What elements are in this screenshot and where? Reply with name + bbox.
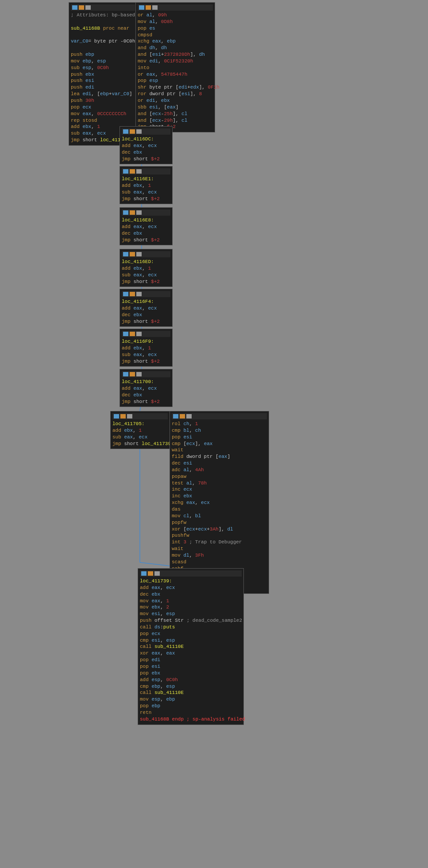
arrow-icon [136, 372, 142, 376]
code-line: pop es [138, 25, 213, 32]
code-line: inc ecx [172, 486, 267, 493]
chart-icon [79, 5, 84, 10]
code-line [71, 32, 135, 39]
code-line: jmp short $+2 [122, 358, 170, 365]
code-line: mov esi, esp [140, 611, 242, 617]
code-line: rol ch, 1 [172, 421, 267, 427]
code-line: and dh, dh [138, 45, 213, 51]
monitor-icon [72, 5, 77, 10]
code-line: jmp short loc_411739 [112, 441, 168, 447]
monitor-icon [123, 292, 128, 296]
code-line: and [ecx-29h], cl [138, 117, 213, 124]
code-line: sub_41168B proc near [71, 25, 135, 32]
monitor-icon [141, 571, 147, 576]
titlebar-411705 [112, 413, 168, 419]
code-line: sub eax, ecx [112, 434, 168, 441]
code-line: dec esi [172, 460, 267, 467]
monitor-icon [173, 414, 178, 418]
arrow-icon [152, 5, 158, 10]
monitor-icon [123, 129, 128, 134]
chart-icon [148, 571, 153, 576]
block-4116f4: loc_4116F4: add eax, ecx dec ebx jmp sho… [120, 289, 173, 327]
arrow-icon [136, 292, 142, 296]
chart-icon [130, 129, 135, 134]
code-line: dec ebx [122, 230, 170, 237]
code-line: push ebx [71, 71, 135, 78]
code-line: int 3 ; Trap to Debugger [172, 539, 267, 546]
code-line: jmp short $+2 [122, 279, 170, 285]
code-line: dec ebx [122, 149, 170, 156]
code-line: cmpsd [138, 32, 213, 39]
code-line: loc_4116ED: [122, 259, 170, 265]
code-line: or al, 09h [138, 12, 213, 19]
code-line: pushfw [172, 532, 267, 539]
code-line: xchg eax, ecx [172, 500, 267, 506]
titlebar-4116dc [122, 128, 170, 135]
block-right2: rol ch, 1 cmp bl, ch pop esi cmp [ecx], … [170, 411, 269, 594]
code-line: fild dword ptr [eax] [172, 453, 267, 460]
code-line: push ebp [71, 51, 135, 58]
code-line: xchg eax, ebp [138, 38, 213, 45]
titlebar-right2 [172, 413, 267, 419]
monitor-icon [123, 332, 128, 336]
code-line: cmp [ecx], eax [172, 441, 267, 447]
code-line: cmp ebp, esp [140, 683, 242, 690]
titlebar-4116f9 [122, 331, 170, 337]
code-line: pop ebx [140, 670, 242, 677]
code-line: var_C0= byte ptr -0C0h [71, 38, 135, 45]
code-line: shr byte ptr [edi+edx], 0F1h [138, 84, 213, 91]
code-line: pop esi [172, 434, 267, 441]
code-line: ror dword ptr [esi], 8 [138, 91, 213, 97]
code-line: add eax, ecx [122, 305, 170, 312]
code-line: and [ecx-25h], cl [138, 111, 213, 117]
titlebar-main [71, 4, 135, 11]
code-line: sub eax, ecx [122, 352, 170, 358]
code-line: pop edi [140, 657, 242, 663]
code-line: wait [172, 447, 267, 453]
code-line: popaw [172, 473, 267, 480]
block-411739: loc_411739: add eax, ecx dec ebx mov eax… [138, 568, 244, 725]
code-line: scasd [172, 559, 267, 566]
code-line: push offset Str ; dead_code_sample2 [140, 617, 242, 624]
code-line: sub eax, ecx [122, 189, 170, 196]
code-line: sbb esi, [eax] [138, 104, 213, 111]
block-411705: loc_411705: add ebx, 1 sub eax, ecx jmp … [110, 411, 170, 449]
arrow-icon [127, 414, 132, 418]
code-line: pop ecx [71, 104, 135, 111]
code-line: mov ebx, 2 [140, 604, 242, 611]
code-line: adc al, 4Ah [172, 467, 267, 473]
code-line: sub esp, 0C0h [71, 65, 135, 71]
code-line: jmp short $+2 [122, 237, 170, 244]
monitor-icon [123, 372, 128, 376]
chart-icon [146, 5, 151, 10]
arrow-icon [154, 571, 160, 576]
code-line: add eax, ecx [122, 224, 170, 230]
code-line: call ds:puts [140, 624, 242, 631]
code-line: or eax, 54785447h [138, 71, 213, 78]
code-line: jmp short $+2 [122, 399, 170, 405]
code-line: xor eax, eax [140, 650, 242, 657]
arrow-icon [136, 169, 142, 174]
code-line: lea edi, [ebp+var_C0] [71, 91, 135, 97]
block-411700: loc_411700: add eax, ecx dec ebx jmp sho… [120, 369, 173, 407]
code-line: pop ebp [140, 703, 242, 709]
chart-icon [130, 372, 135, 376]
code-line: popfw [172, 519, 267, 526]
code-line [71, 45, 135, 51]
titlebar-4116e1 [122, 168, 170, 174]
chart-icon [130, 210, 135, 215]
block-4116e1: loc_4116E1: add ebx, 1 sub eax, ecx jmp … [120, 166, 173, 204]
code-line: mov ebp, esp [71, 58, 135, 65]
code-line: dec ebx [122, 392, 170, 399]
monitor-icon [139, 5, 144, 10]
code-line: sub_41168B endp ; sp-analysis failed [140, 716, 242, 723]
code-line: loc_4116E8: [122, 217, 170, 224]
code-line: call sub_41110E [140, 690, 242, 696]
code-line: mov eax, 1 [140, 598, 242, 604]
code-line: mov dl, 3Fh [172, 552, 267, 559]
code-line: loc_411705: [112, 421, 168, 427]
code-line: sub eax, ecx [122, 272, 170, 279]
code-line: das [172, 506, 267, 513]
code-line: loc_4116F4: [122, 298, 170, 305]
code-line: add ebx, 1 [112, 427, 168, 434]
